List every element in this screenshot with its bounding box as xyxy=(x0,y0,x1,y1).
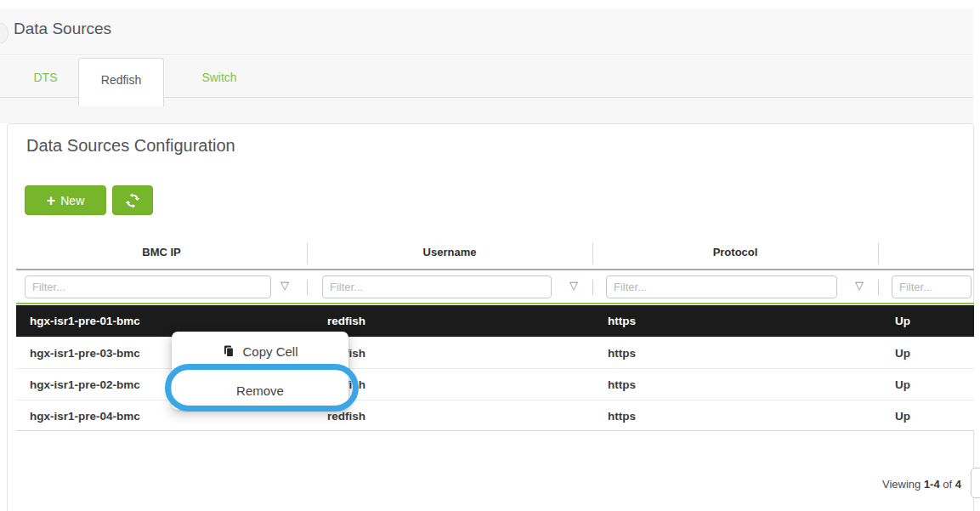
panel-edge-decoration xyxy=(0,22,8,44)
column-header-username[interactable]: Username xyxy=(307,241,592,264)
viewing-status: Viewing 1-4 of 4 xyxy=(882,478,961,491)
panel-heading: Data Sources Configuration xyxy=(26,136,235,156)
filter-separator xyxy=(878,280,879,295)
cell-bmc-ip[interactable]: hgx-isr1-pre-01-bmc xyxy=(30,305,140,337)
table-row[interactable]: hgx-isr1-pre-03-bmc redfish https Up xyxy=(16,337,974,368)
data-sources-page: Data Sources DTS Redfish Switch Data Sou… xyxy=(0,0,980,511)
cell-protocol[interactable]: https xyxy=(608,338,636,369)
filter-separator xyxy=(592,280,593,295)
viewing-range: 1-4 xyxy=(924,478,940,491)
plus-icon: + xyxy=(47,193,56,208)
filter-input-protocol[interactable] xyxy=(606,275,837,298)
filter-funnel-icon[interactable]: ▽ xyxy=(564,279,584,292)
cell-bmc-ip[interactable]: hgx-isr1-pre-03-bmc xyxy=(30,338,140,369)
context-menu-copy-cell[interactable]: Copy Cell xyxy=(172,332,348,371)
cell-bmc-ip[interactable]: hgx-isr1-pre-02-bmc xyxy=(30,369,140,400)
table-row[interactable]: hgx-isr1-pre-02-bmc redfish https Up xyxy=(16,368,974,400)
filter-funnel-icon[interactable]: ▽ xyxy=(849,279,870,292)
new-button-label: New xyxy=(60,194,84,207)
context-menu-copy-label: Copy Cell xyxy=(242,344,297,359)
column-separator xyxy=(592,242,593,264)
column-header-status[interactable] xyxy=(878,241,974,264)
refresh-button[interactable] xyxy=(112,185,153,215)
page-size-selector[interactable] xyxy=(971,468,980,498)
cell-status[interactable]: Up xyxy=(895,338,910,369)
column-separator xyxy=(878,242,879,264)
table-row-selected[interactable]: hgx-isr1-pre-01-bmc redfish https Up xyxy=(16,305,974,337)
viewing-total: 4 xyxy=(955,478,961,491)
filter-input-username[interactable] xyxy=(322,275,552,298)
filter-row: ▽ ▽ ▽ xyxy=(16,270,974,303)
tab-switch[interactable]: Switch xyxy=(174,58,264,97)
filter-input-bmc-ip[interactable] xyxy=(25,275,271,298)
page-title: Data Sources xyxy=(14,20,111,38)
tab-strip: DTS Redfish Switch xyxy=(0,56,973,123)
copy-icon xyxy=(222,344,235,358)
column-header-bmc-ip[interactable]: BMC IP xyxy=(16,241,307,264)
cell-status[interactable]: Up xyxy=(895,400,910,432)
cell-protocol[interactable]: https xyxy=(608,369,636,400)
filter-funnel-icon[interactable]: ▽ xyxy=(275,279,295,292)
refresh-icon xyxy=(125,193,140,208)
context-menu-remove[interactable]: Remove xyxy=(172,371,348,410)
context-menu-remove-label: Remove xyxy=(236,383,284,398)
tab-dts[interactable]: DTS xyxy=(13,58,78,97)
table-body-top-accent xyxy=(16,303,974,304)
viewing-label: Viewing xyxy=(882,478,921,491)
table-row[interactable]: hgx-isr1-pre-04-bmc redfish https Up xyxy=(16,400,974,431)
table-bottom-border xyxy=(16,430,974,431)
cell-protocol[interactable]: https xyxy=(608,305,636,337)
tab-redfish[interactable]: Redfish xyxy=(78,58,164,106)
new-button[interactable]: + New xyxy=(25,185,106,215)
cell-status[interactable]: Up xyxy=(895,369,910,400)
context-menu: Copy Cell Remove xyxy=(172,332,348,410)
cell-bmc-ip[interactable]: hgx-isr1-pre-04-bmc xyxy=(30,400,140,432)
cell-status[interactable]: Up xyxy=(895,305,910,337)
viewing-of: of xyxy=(943,478,952,491)
column-separator xyxy=(307,242,308,264)
column-header-protocol[interactable]: Protocol xyxy=(592,241,878,264)
filter-separator xyxy=(307,280,308,295)
cell-protocol[interactable]: https xyxy=(608,400,636,432)
breadcrumb-bar: Data Sources xyxy=(0,9,973,55)
filter-input-status[interactable] xyxy=(892,275,972,298)
data-sources-panel: Data Sources Configuration + New BMC IP … xyxy=(7,123,974,511)
